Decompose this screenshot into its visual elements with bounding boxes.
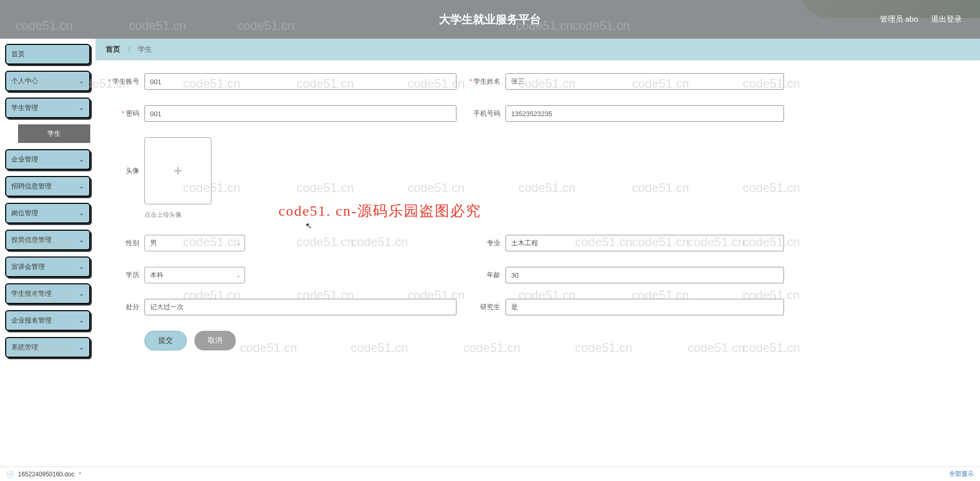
submit-button[interactable]: 提交	[144, 331, 187, 350]
app-title: 大学生就业服务平台	[439, 12, 541, 27]
sidebar-item-enterprise-signup[interactable]: 企业报名管理⌄	[5, 310, 90, 331]
sidebar-label: 企业管理	[11, 155, 38, 164]
gender-select[interactable]	[144, 235, 245, 251]
chevron-down-icon: ⌄	[79, 263, 84, 270]
chevron-down-icon: ⌄	[79, 344, 84, 351]
sidebar-item-enterprise[interactable]: 企业管理⌄	[5, 149, 90, 170]
sidebar-item-seminar[interactable]: 宣讲会管理⌄	[5, 256, 90, 277]
chevron-down-icon: ⌄	[79, 317, 84, 324]
user-label[interactable]: 管理员 abo	[880, 14, 918, 24]
download-bar: 📄 1652240950160.doc ^ 全部显示	[0, 467, 980, 481]
sidebar-item-profile[interactable]: 个人中心⌄	[5, 71, 90, 91]
phone-input[interactable]	[505, 105, 784, 122]
label-education: 学历	[106, 267, 144, 283]
label-gender: 性别	[106, 235, 144, 251]
download-filename: 1652240950160.doc	[18, 471, 74, 478]
sidebar-item-student-mgmt[interactable]: 学生管理⌄	[5, 98, 90, 118]
sidebar-label: 学生报名管理	[11, 289, 52, 298]
chevron-down-icon: ⌄	[79, 77, 84, 85]
sidebar-label: 个人中心	[11, 76, 38, 86]
chevron-down-icon: ⌄	[79, 236, 84, 244]
sidebar-label: 宣讲会管理	[11, 262, 45, 271]
sidebar-item-recruit[interactable]: 招聘信息管理⌄	[5, 176, 90, 197]
download-showall[interactable]: 全部显示	[949, 470, 974, 478]
name-input[interactable]	[505, 73, 784, 90]
sidebar-item-student-signup[interactable]: 学生报名管理⌄	[5, 283, 90, 304]
sidebar-label: 系统管理	[11, 343, 38, 352]
label-major: 专业	[467, 235, 505, 251]
sidebar-label: 首页	[11, 50, 25, 59]
breadcrumb-sep: /	[128, 45, 130, 53]
plus-icon: +	[173, 162, 183, 180]
label-account: *学生账号	[106, 73, 144, 90]
sidebar-label: 招聘信息管理	[11, 182, 52, 191]
punishment-input[interactable]	[144, 299, 456, 315]
chevron-up-icon: ^	[78, 471, 81, 477]
sidebar-item-resume[interactable]: 投简信息管理⌄	[5, 230, 90, 250]
label-punishment: 处分	[106, 299, 144, 315]
sidebar-label: 学生	[47, 129, 61, 138]
avatar-hint: 点击上传头像	[144, 211, 211, 219]
sidebar-item-system[interactable]: 系统管理⌄	[5, 337, 90, 358]
avatar-upload[interactable]: +	[144, 137, 211, 204]
password-input[interactable]	[144, 105, 456, 122]
form-area: *学生账号 *学生姓名 *密码 手机号码	[95, 60, 980, 467]
chevron-down-icon: ⌄	[79, 210, 84, 217]
account-input[interactable]	[144, 73, 456, 90]
education-select[interactable]	[144, 267, 245, 283]
breadcrumb-home[interactable]: 首页	[106, 45, 120, 53]
sidebar-label: 投简信息管理	[11, 235, 52, 245]
label-avatar: 头像	[106, 137, 144, 204]
chevron-down-icon: ⌄	[79, 104, 84, 111]
label-name: *学生姓名	[467, 73, 505, 90]
chevron-down-icon: ⌄	[79, 156, 84, 163]
sidebar-item-home[interactable]: 首页	[5, 44, 90, 65]
breadcrumb: 首页 / 学生	[95, 39, 980, 60]
chevron-down-icon: ⌄	[79, 290, 84, 297]
download-item[interactable]: 📄 1652240950160.doc ^	[6, 471, 81, 478]
sidebar-item-position[interactable]: 岗位管理⌄	[5, 203, 90, 223]
chevron-down-icon: ⌄	[79, 183, 84, 190]
sidebar-label: 学生管理	[11, 103, 38, 113]
cancel-button[interactable]: 取消	[194, 331, 236, 350]
main-content: 首页 / 学生 *学生账号 *学生姓名 *密码	[95, 39, 980, 467]
label-postgrad: 研究生	[467, 299, 505, 315]
header-right: 管理员 abo 退出登录	[880, 14, 962, 24]
file-icon: 📄	[6, 471, 14, 478]
postgrad-input[interactable]	[505, 299, 784, 315]
app-header: 大学生就业服务平台 管理员 abo 退出登录	[0, 0, 980, 39]
age-input[interactable]	[505, 267, 784, 283]
label-password: *密码	[106, 105, 144, 122]
logout-link[interactable]: 退出登录	[931, 14, 962, 24]
major-input[interactable]	[505, 235, 784, 251]
sidebar-subitem-student[interactable]: 学生	[18, 124, 90, 143]
label-age: 年龄	[467, 267, 505, 283]
label-phone: 手机号码	[467, 105, 505, 122]
sidebar-label: 企业报名管理	[11, 316, 52, 325]
sidebar: 首页 个人中心⌄ 学生管理⌄ 学生 企业管理⌄ 招聘信息管理⌄ 岗位管理⌄ 投简…	[0, 39, 95, 467]
sidebar-label: 岗位管理	[11, 209, 38, 218]
breadcrumb-current: 学生	[138, 45, 152, 53]
